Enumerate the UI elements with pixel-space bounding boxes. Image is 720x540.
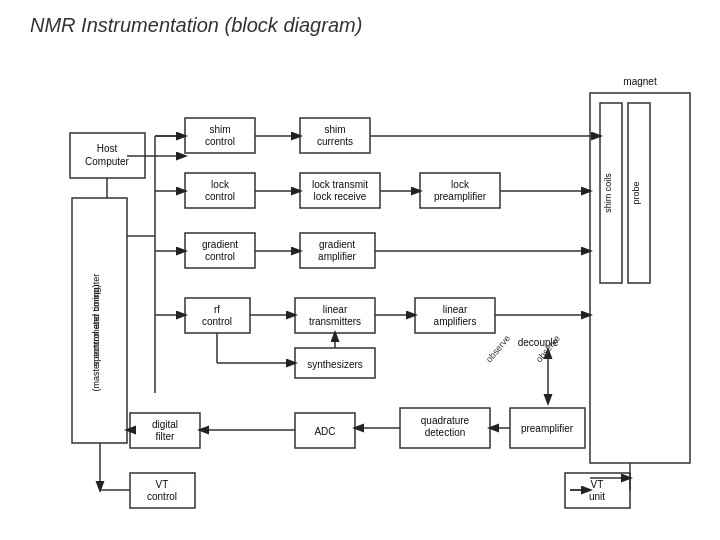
- svg-text:control: control: [205, 251, 235, 262]
- svg-text:gradient: gradient: [202, 239, 238, 250]
- page-title: NMR Instrumentation (block diagram): [0, 0, 720, 43]
- svg-text:control: control: [205, 136, 235, 147]
- magnet-label: magnet: [623, 76, 657, 87]
- svg-text:control: control: [205, 191, 235, 202]
- svg-text:linear: linear: [323, 304, 348, 315]
- svg-text:Computer: Computer: [85, 156, 130, 167]
- svg-text:synthesizers: synthesizers: [307, 359, 363, 370]
- svg-text:quadrature: quadrature: [421, 415, 470, 426]
- observe-label-1: observe: [484, 333, 512, 364]
- svg-text:lock receive: lock receive: [314, 191, 367, 202]
- svg-text:lock: lock: [451, 179, 470, 190]
- svg-text:lock transmit: lock transmit: [312, 179, 368, 190]
- svg-text:control: control: [147, 491, 177, 502]
- host-computer-label: Host: [97, 143, 118, 154]
- shim-coils-label: shim coils: [603, 173, 613, 213]
- block-diagram-svg: .block { fill: white; stroke: #333; stro…: [0, 43, 720, 533]
- svg-text:filter: filter: [156, 431, 176, 442]
- svg-text:rf: rf: [214, 304, 220, 315]
- svg-text:lock: lock: [211, 179, 230, 190]
- svg-text:shim: shim: [324, 124, 345, 135]
- svg-text:unit: unit: [589, 491, 605, 502]
- svg-text:ADC: ADC: [314, 426, 335, 437]
- svg-text:preamplifier: preamplifier: [521, 423, 574, 434]
- svg-text:linear: linear: [443, 304, 468, 315]
- svg-text:currents: currents: [317, 136, 353, 147]
- svg-text:shim: shim: [209, 124, 230, 135]
- svg-text:preamplifier: preamplifier: [434, 191, 487, 202]
- svg-text:gradient: gradient: [319, 239, 355, 250]
- svg-text:digital: digital: [152, 419, 178, 430]
- svg-text:control: control: [202, 316, 232, 327]
- svg-text:transmitters: transmitters: [309, 316, 361, 327]
- svg-text:(master control and timing): (master control and timing): [91, 284, 101, 391]
- svg-text:amplifiers: amplifiers: [434, 316, 477, 327]
- svg-text:amplifier: amplifier: [318, 251, 356, 262]
- probe-label: probe: [631, 181, 641, 204]
- svg-text:VT: VT: [156, 479, 169, 490]
- diagram-area: .block { fill: white; stroke: #333; stro…: [0, 43, 720, 533]
- svg-text:VT: VT: [591, 479, 604, 490]
- svg-text:detection: detection: [425, 427, 466, 438]
